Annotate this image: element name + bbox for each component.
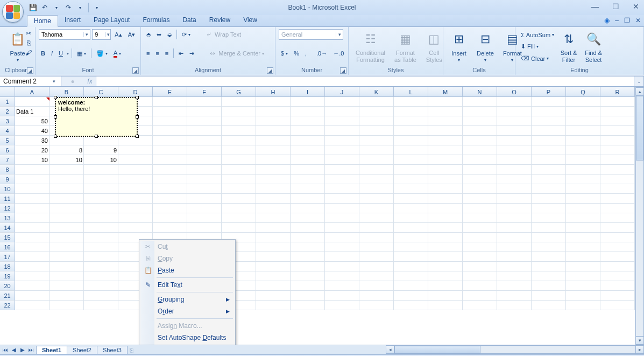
cell[interactable] [566, 184, 600, 194]
cell[interactable] [325, 184, 359, 194]
cell[interactable] [84, 252, 118, 262]
row-header[interactable]: 9 [0, 174, 15, 184]
cell[interactable] [187, 107, 222, 116]
cell[interactable] [566, 107, 600, 116]
cell[interactable] [359, 174, 394, 184]
comment-indicator[interactable] [46, 97, 49, 101]
cell[interactable] [600, 194, 635, 204]
cell[interactable] [463, 136, 497, 145]
expand-formula-bar-icon[interactable]: ⌄ [634, 76, 644, 87]
cell[interactable] [222, 136, 256, 145]
horizontal-scrollbar[interactable]: ◂ ▸ [386, 345, 644, 354]
first-sheet-icon[interactable]: ⏮ [1, 347, 10, 353]
cell[interactable] [532, 223, 566, 233]
cell[interactable] [600, 252, 635, 262]
cell[interactable] [325, 97, 359, 107]
cell[interactable] [532, 242, 566, 252]
cell[interactable] [153, 126, 187, 136]
cell[interactable] [256, 252, 291, 262]
cell[interactable] [291, 262, 325, 271]
cell[interactable] [291, 126, 325, 136]
row-header[interactable]: 1 [0, 97, 15, 107]
cell[interactable] [532, 233, 566, 242]
cell[interactable] [463, 233, 497, 242]
cell[interactable] [532, 301, 566, 310]
align-left-icon[interactable]: ≡ [144, 49, 152, 58]
cell[interactable] [49, 194, 84, 204]
bold-button[interactable]: B [39, 49, 47, 58]
cell[interactable] [222, 155, 256, 165]
cell[interactable] [394, 271, 428, 281]
row-header[interactable]: 3 [0, 116, 15, 126]
cell[interactable] [15, 97, 49, 107]
cell[interactable] [566, 204, 600, 213]
cell[interactable] [566, 301, 600, 310]
cell[interactable] [187, 116, 222, 126]
cell[interactable] [153, 184, 187, 194]
name-box-input[interactable] [0, 78, 49, 85]
cell[interactable] [15, 242, 49, 252]
menu-edit-text[interactable]: ✎Edit Text [140, 279, 234, 291]
cell[interactable] [566, 262, 600, 271]
font-color-icon[interactable]: A▾ [111, 48, 123, 59]
cell[interactable] [222, 174, 256, 184]
format-as-table-button[interactable]: ▦Format as Table [391, 29, 420, 65]
cell[interactable] [394, 242, 428, 252]
italic-button[interactable]: I [49, 49, 55, 58]
cell[interactable] [325, 204, 359, 213]
cell[interactable] [222, 107, 256, 116]
cell[interactable] [600, 97, 635, 107]
row-header[interactable]: 12 [0, 204, 15, 213]
cell[interactable] [15, 204, 49, 213]
cell[interactable] [359, 194, 394, 204]
cell[interactable] [532, 107, 566, 116]
cell[interactable] [394, 174, 428, 184]
cell[interactable] [463, 271, 497, 281]
tab-formulas[interactable]: Formulas [136, 15, 176, 26]
row-header[interactable]: 19 [0, 271, 15, 281]
increase-decimal-icon[interactable]: .0→ [314, 49, 329, 58]
column-header[interactable]: A [15, 87, 49, 97]
font-name-input[interactable] [39, 31, 83, 38]
cell[interactable]: 40 [15, 126, 49, 136]
cell[interactable] [463, 116, 497, 126]
cell[interactable] [497, 242, 532, 252]
cell[interactable] [359, 291, 394, 301]
alignment-dialog-icon[interactable]: ◢ [267, 67, 273, 74]
cell[interactable] [222, 223, 256, 233]
cell[interactable] [600, 204, 635, 213]
cell[interactable] [187, 145, 222, 155]
cell[interactable] [566, 97, 600, 107]
cell[interactable]: 9 [84, 145, 118, 155]
column-header[interactable]: C [84, 87, 118, 97]
cell[interactable] [497, 281, 532, 291]
decrease-decimal-icon[interactable]: ←.0 [331, 49, 346, 58]
cell[interactable] [325, 242, 359, 252]
cell[interactable] [325, 107, 359, 116]
cell[interactable] [291, 116, 325, 126]
cell[interactable] [600, 281, 635, 291]
cell[interactable] [256, 126, 291, 136]
cell[interactable] [394, 233, 428, 242]
cell[interactable]: 20 [15, 145, 49, 155]
cell[interactable] [394, 194, 428, 204]
cell[interactable] [566, 252, 600, 262]
conditional-formatting-button[interactable]: ☷Conditional Formatting [352, 29, 389, 65]
cell[interactable] [532, 213, 566, 223]
font-name-combo[interactable]: ▾ [39, 29, 90, 40]
cell[interactable] [394, 97, 428, 107]
cell[interactable] [291, 271, 325, 281]
cell[interactable] [15, 301, 49, 310]
cell[interactable] [256, 136, 291, 145]
cell[interactable] [600, 233, 635, 242]
cell-styles-button[interactable]: ◫Cell Styles [422, 29, 447, 65]
cell[interactable] [49, 262, 84, 271]
cell[interactable] [153, 223, 187, 233]
sheet-tab-sheet2[interactable]: Sheet2 [67, 346, 97, 354]
cell[interactable] [325, 145, 359, 155]
cell[interactable] [84, 281, 118, 291]
cell[interactable] [187, 204, 222, 213]
cell[interactable] [394, 184, 428, 194]
scroll-down-icon[interactable]: ▾ [635, 336, 644, 345]
cell[interactable] [600, 242, 635, 252]
